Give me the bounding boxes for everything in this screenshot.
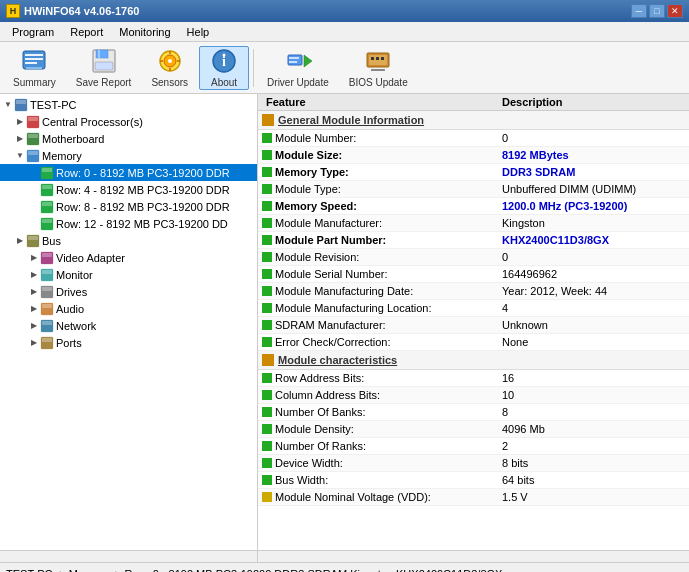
tree-item[interactable]: ▶ Video Adapter xyxy=(0,249,257,266)
tree-item[interactable]: ▶ Bus xyxy=(0,232,257,249)
tree-expand-icon[interactable]: ▶ xyxy=(28,252,40,264)
svg-rect-48 xyxy=(42,253,52,257)
svg-rect-3 xyxy=(25,62,37,64)
green-indicator-icon xyxy=(262,184,272,194)
tree-item[interactable]: ▶ Ports xyxy=(0,334,257,351)
prop-feature-label: Module Type: xyxy=(275,183,341,195)
prop-feature-label: Bus Width: xyxy=(275,474,328,486)
tree-item[interactable]: Row: 4 - 8192 MB PC3-19200 DDR xyxy=(0,181,257,198)
tree-node-label: Row: 8 - 8192 MB PC3-19200 DDR xyxy=(56,201,230,213)
prop-row: Module Serial Number:164496962 xyxy=(258,266,689,283)
svg-rect-27 xyxy=(381,57,384,60)
tree-node-icon xyxy=(40,183,54,197)
svg-point-15 xyxy=(168,59,172,63)
tree-expand-icon[interactable]: ▶ xyxy=(28,320,40,332)
menu-program[interactable]: Program xyxy=(4,24,62,40)
svg-rect-58 xyxy=(42,338,52,342)
prop-row: Module Size:8192 MBytes xyxy=(258,147,689,164)
tree-node-label: Row: 0 - 8192 MB PC3-19200 DDR xyxy=(56,167,230,179)
tree-item[interactable]: ▼ Memory xyxy=(0,147,257,164)
statusbar: TEST-PC -> Memory -> Row: 0 - 8192 MB PC… xyxy=(0,562,689,572)
tree-node-icon xyxy=(40,251,54,265)
tree-node-label: Video Adapter xyxy=(56,252,125,264)
prop-feature-label: Module Nominal Voltage (VDD): xyxy=(275,491,431,503)
prop-feature-label: Number Of Ranks: xyxy=(275,440,366,452)
svg-rect-26 xyxy=(376,57,379,60)
prop-desc-value: 4 xyxy=(498,302,689,314)
driver-update-button[interactable]: Driver Update xyxy=(258,46,338,90)
prop-feature-label: Error Check/Correction: xyxy=(275,336,391,348)
tree-node-label: Audio xyxy=(56,303,84,315)
menu-help[interactable]: Help xyxy=(179,24,218,40)
tree-expand-icon[interactable] xyxy=(28,184,40,196)
props-hscroll[interactable] xyxy=(258,550,689,562)
tree-item[interactable]: ▶ Drives xyxy=(0,283,257,300)
prop-desc-value: Kingston xyxy=(498,217,689,229)
tree-expand-icon[interactable] xyxy=(28,218,40,230)
svg-rect-32 xyxy=(28,117,38,121)
menu-monitoring[interactable]: Monitoring xyxy=(111,24,178,40)
prop-feature-label: Number Of Banks: xyxy=(275,406,365,418)
tree-expand-icon[interactable]: ▶ xyxy=(28,303,40,315)
svg-rect-36 xyxy=(28,151,38,155)
svg-rect-19 xyxy=(288,55,302,65)
about-label: About xyxy=(211,77,237,88)
props-content: General Module InformationModule Number:… xyxy=(258,111,689,506)
tree-item[interactable]: ▶ Audio xyxy=(0,300,257,317)
bios-update-button[interactable]: BIOS Update xyxy=(340,46,417,90)
svg-rect-6 xyxy=(96,50,108,58)
tree-item[interactable]: Row: 0 - 8192 MB PC3-19200 DDR xyxy=(0,164,257,181)
tree-expand-icon[interactable]: ▼ xyxy=(2,99,14,111)
tree-item[interactable]: ▶ Monitor xyxy=(0,266,257,283)
prop-row: Number Of Banks:8 xyxy=(258,404,689,421)
minimize-button[interactable]: ─ xyxy=(631,4,647,18)
tree-node-icon xyxy=(14,98,28,112)
scroll-row xyxy=(0,550,689,562)
tree-expand-icon[interactable]: ▶ xyxy=(14,133,26,145)
tree-expand-icon[interactable]: ▶ xyxy=(28,337,40,349)
prop-feature: Module Revision: xyxy=(258,251,498,263)
prop-feature: Module Serial Number: xyxy=(258,268,498,280)
sensors-button[interactable]: Sensors xyxy=(142,46,197,90)
svg-rect-44 xyxy=(42,219,52,223)
prop-feature: Module Size: xyxy=(258,149,498,161)
tree-item[interactable]: Row: 8 - 8192 MB PC3-19200 DDR xyxy=(0,198,257,215)
titlebar-left: H HWiNFO64 v4.06-1760 xyxy=(6,4,139,18)
tree-item[interactable]: ▶ Motherboard xyxy=(0,130,257,147)
tree-expand-icon[interactable] xyxy=(28,167,40,179)
prop-desc-value: 0 xyxy=(498,132,689,144)
save-report-button[interactable]: Save Report xyxy=(67,46,141,90)
tree-panel[interactable]: ▼ TEST-PC▶ Central Processor(s)▶ Motherb… xyxy=(0,94,258,550)
prop-feature: Device Width: xyxy=(258,457,498,469)
tree-expand-icon[interactable]: ▶ xyxy=(14,235,26,247)
prop-desc-value: Unbuffered DIMM (UDIMM) xyxy=(498,183,689,195)
prop-row: Module Type:Unbuffered DIMM (UDIMM) xyxy=(258,181,689,198)
tree-expand-icon[interactable]: ▶ xyxy=(14,116,26,128)
summary-button[interactable]: Summary xyxy=(4,46,65,90)
menu-report[interactable]: Report xyxy=(62,24,111,40)
section-icon xyxy=(262,114,274,126)
tree-expand-icon[interactable]: ▶ xyxy=(28,286,40,298)
prop-feature: Row Address Bits: xyxy=(258,372,498,384)
tree-expand-icon[interactable] xyxy=(28,201,40,213)
prop-feature: Module Manufacturing Date: xyxy=(258,285,498,297)
svg-rect-25 xyxy=(371,57,374,60)
tree-hscroll[interactable] xyxy=(0,550,258,562)
summary-label: Summary xyxy=(13,77,56,88)
maximize-button[interactable]: □ xyxy=(649,4,665,18)
close-button[interactable]: ✕ xyxy=(667,4,683,18)
tree-expand-icon[interactable]: ▼ xyxy=(14,150,26,162)
prop-feature-label: Module Manufacturer: xyxy=(275,217,382,229)
prop-row: Module Manufacturing Location:4 xyxy=(258,300,689,317)
about-button[interactable]: i About xyxy=(199,46,249,90)
tree-expand-icon[interactable]: ▶ xyxy=(28,269,40,281)
props-panel[interactable]: Feature Description General Module Infor… xyxy=(258,94,689,550)
tree-item[interactable]: ▶ Central Processor(s) xyxy=(0,113,257,130)
tree-item[interactable]: Row: 12 - 8192 MB PC3-19200 DD xyxy=(0,215,257,232)
prop-desc-value: 8 xyxy=(498,406,689,418)
tree-item[interactable]: ▶ Network xyxy=(0,317,257,334)
tree-item[interactable]: ▼ TEST-PC xyxy=(0,96,257,113)
tree-node-label: Central Processor(s) xyxy=(42,116,143,128)
sensors-icon xyxy=(156,47,184,75)
tree-node-icon xyxy=(40,319,54,333)
